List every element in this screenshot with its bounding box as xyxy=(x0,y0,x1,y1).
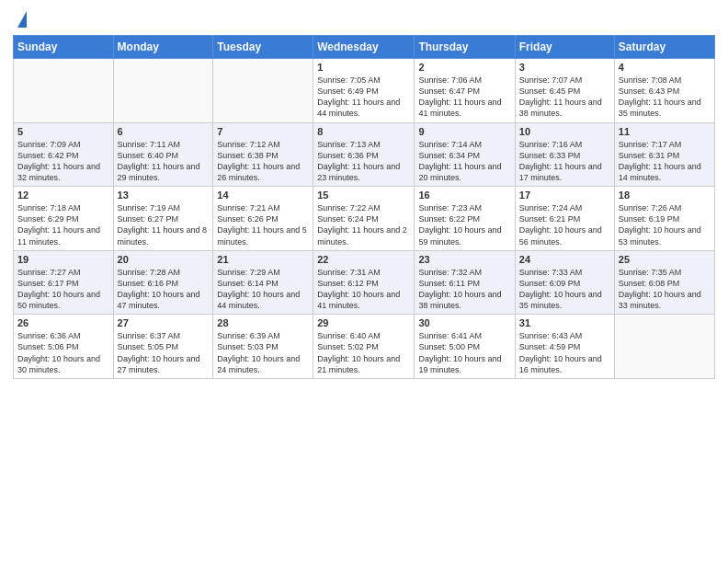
sunset-text: Sunset: 6:36 PM xyxy=(317,150,410,161)
daylight-text: Daylight: 11 hours and 2 minutes. xyxy=(317,224,410,247)
calendar-day: 27Sunrise: 6:37 AMSunset: 5:05 PMDayligh… xyxy=(113,315,213,379)
sunset-text: Sunset: 6:29 PM xyxy=(17,213,109,224)
daylight-text: Daylight: 10 hours and 27 minutes. xyxy=(118,353,210,375)
day-info: Sunrise: 7:32 AMSunset: 6:11 PMDaylight:… xyxy=(418,267,510,312)
sunset-text: Sunset: 6:19 PM xyxy=(619,213,711,224)
day-info: Sunrise: 7:17 AMSunset: 6:31 PMDaylight:… xyxy=(619,139,711,184)
day-number: 18 xyxy=(619,190,711,201)
sunrise-text: Sunrise: 7:17 AM xyxy=(619,139,711,150)
daylight-text: Daylight: 11 hours and 29 minutes. xyxy=(118,161,210,183)
calendar-header-thursday: Thursday xyxy=(415,36,515,59)
daylight-text: Daylight: 11 hours and 35 minutes. xyxy=(619,97,711,119)
sunrise-text: Sunrise: 6:43 AM xyxy=(519,330,610,341)
day-info: Sunrise: 6:37 AMSunset: 5:05 PMDaylight:… xyxy=(118,330,210,375)
day-number: 26 xyxy=(17,317,109,328)
daylight-text: Daylight: 10 hours and 35 minutes. xyxy=(519,289,610,311)
sunrise-text: Sunrise: 7:26 AM xyxy=(619,202,711,213)
day-info: Sunrise: 7:18 AMSunset: 6:29 PMDaylight:… xyxy=(17,202,109,247)
day-number: 30 xyxy=(418,317,510,328)
sunrise-text: Sunrise: 7:09 AM xyxy=(17,139,109,150)
day-number: 14 xyxy=(217,190,309,201)
sunrise-text: Sunrise: 7:22 AM xyxy=(317,202,410,213)
sunrise-text: Sunrise: 7:12 AM xyxy=(217,139,309,150)
daylight-text: Daylight: 10 hours and 16 minutes. xyxy=(519,353,610,375)
day-number: 28 xyxy=(217,317,309,328)
calendar-day: 18Sunrise: 7:26 AMSunset: 6:19 PMDayligh… xyxy=(614,187,714,251)
day-info: Sunrise: 7:28 AMSunset: 6:16 PMDaylight:… xyxy=(118,267,210,312)
sunset-text: Sunset: 6:08 PM xyxy=(619,278,711,289)
header xyxy=(13,9,715,28)
daylight-text: Daylight: 10 hours and 33 minutes. xyxy=(619,289,711,311)
daylight-text: Daylight: 11 hours and 41 minutes. xyxy=(418,97,510,119)
day-number: 29 xyxy=(317,317,410,328)
sunset-text: Sunset: 6:43 PM xyxy=(619,86,711,97)
day-number: 27 xyxy=(118,317,210,328)
day-number: 17 xyxy=(519,190,610,201)
day-info: Sunrise: 7:22 AMSunset: 6:24 PMDaylight:… xyxy=(317,202,410,247)
day-number: 9 xyxy=(418,126,510,137)
sunrise-text: Sunrise: 7:28 AM xyxy=(118,267,210,278)
sunset-text: Sunset: 6:22 PM xyxy=(418,213,510,224)
sunrise-text: Sunrise: 7:16 AM xyxy=(519,139,610,150)
day-number: 25 xyxy=(619,254,711,265)
sunset-text: Sunset: 6:40 PM xyxy=(118,150,210,161)
sunrise-text: Sunrise: 7:08 AM xyxy=(619,75,711,86)
daylight-text: Daylight: 10 hours and 30 minutes. xyxy=(17,353,109,375)
sunset-text: Sunset: 6:27 PM xyxy=(118,213,210,224)
sunrise-text: Sunrise: 7:29 AM xyxy=(217,267,309,278)
day-number: 31 xyxy=(519,317,610,328)
calendar-header-tuesday: Tuesday xyxy=(213,36,313,59)
day-info: Sunrise: 7:31 AMSunset: 6:12 PMDaylight:… xyxy=(317,267,410,312)
calendar-header-row: SundayMondayTuesdayWednesdayThursdayFrid… xyxy=(14,36,715,59)
sunrise-text: Sunrise: 7:19 AM xyxy=(118,202,210,213)
calendar-day: 12Sunrise: 7:18 AMSunset: 6:29 PMDayligh… xyxy=(14,187,114,251)
sunrise-text: Sunrise: 7:07 AM xyxy=(519,75,610,86)
sunset-text: Sunset: 6:47 PM xyxy=(418,86,510,97)
day-info: Sunrise: 7:24 AMSunset: 6:21 PMDaylight:… xyxy=(519,202,610,247)
daylight-text: Daylight: 10 hours and 24 minutes. xyxy=(217,353,309,375)
calendar-day: 20Sunrise: 7:28 AMSunset: 6:16 PMDayligh… xyxy=(113,250,213,315)
sunset-text: Sunset: 6:14 PM xyxy=(217,278,309,289)
sunset-text: Sunset: 6:16 PM xyxy=(118,278,210,289)
calendar-day: 28Sunrise: 6:39 AMSunset: 5:03 PMDayligh… xyxy=(213,315,313,379)
sunrise-text: Sunrise: 6:39 AM xyxy=(217,330,309,341)
day-number: 7 xyxy=(217,126,309,137)
calendar-day: 30Sunrise: 6:41 AMSunset: 5:00 PMDayligh… xyxy=(415,315,515,379)
calendar-header-saturday: Saturday xyxy=(614,36,714,59)
day-info: Sunrise: 7:09 AMSunset: 6:42 PMDaylight:… xyxy=(17,139,109,184)
calendar-day: 24Sunrise: 7:33 AMSunset: 6:09 PMDayligh… xyxy=(515,250,614,315)
day-info: Sunrise: 7:14 AMSunset: 6:34 PMDaylight:… xyxy=(418,139,510,184)
sunrise-text: Sunrise: 7:31 AM xyxy=(317,267,410,278)
calendar-day: 5Sunrise: 7:09 AMSunset: 6:42 PMDaylight… xyxy=(14,122,114,187)
day-number: 20 xyxy=(118,254,210,265)
day-number: 23 xyxy=(418,254,510,265)
page: SundayMondayTuesdayWednesdayThursdayFrid… xyxy=(0,0,728,563)
sunrise-text: Sunrise: 7:11 AM xyxy=(118,139,210,150)
daylight-text: Daylight: 10 hours and 50 minutes. xyxy=(17,289,109,311)
day-number: 10 xyxy=(519,126,610,137)
day-info: Sunrise: 7:27 AMSunset: 6:17 PMDaylight:… xyxy=(17,267,109,312)
day-number: 6 xyxy=(118,126,210,137)
day-info: Sunrise: 7:29 AMSunset: 6:14 PMDaylight:… xyxy=(217,267,309,312)
day-info: Sunrise: 7:19 AMSunset: 6:27 PMDaylight:… xyxy=(118,202,210,247)
calendar-week-3: 12Sunrise: 7:18 AMSunset: 6:29 PMDayligh… xyxy=(14,187,715,251)
calendar-day: 22Sunrise: 7:31 AMSunset: 6:12 PMDayligh… xyxy=(313,250,415,315)
calendar-day: 19Sunrise: 7:27 AMSunset: 6:17 PMDayligh… xyxy=(14,250,114,315)
sunrise-text: Sunrise: 7:21 AM xyxy=(217,202,309,213)
sunset-text: Sunset: 6:31 PM xyxy=(619,150,711,161)
sunrise-text: Sunrise: 6:37 AM xyxy=(118,330,210,341)
day-info: Sunrise: 7:05 AMSunset: 6:49 PMDaylight:… xyxy=(317,75,410,120)
sunset-text: Sunset: 6:24 PM xyxy=(317,213,410,224)
sunset-text: Sunset: 5:03 PM xyxy=(217,341,309,352)
day-info: Sunrise: 7:35 AMSunset: 6:08 PMDaylight:… xyxy=(619,267,711,312)
daylight-text: Daylight: 11 hours and 23 minutes. xyxy=(317,161,410,183)
daylight-text: Daylight: 10 hours and 41 minutes. xyxy=(317,289,410,311)
day-info: Sunrise: 7:23 AMSunset: 6:22 PMDaylight:… xyxy=(418,202,510,247)
day-number: 15 xyxy=(317,190,410,201)
sunset-text: Sunset: 5:02 PM xyxy=(317,341,410,352)
calendar-day: 10Sunrise: 7:16 AMSunset: 6:33 PMDayligh… xyxy=(515,122,614,187)
calendar-day: 15Sunrise: 7:22 AMSunset: 6:24 PMDayligh… xyxy=(313,187,415,251)
calendar-day xyxy=(213,59,313,123)
sunset-text: Sunset: 6:26 PM xyxy=(217,213,309,224)
day-number: 5 xyxy=(17,126,109,137)
